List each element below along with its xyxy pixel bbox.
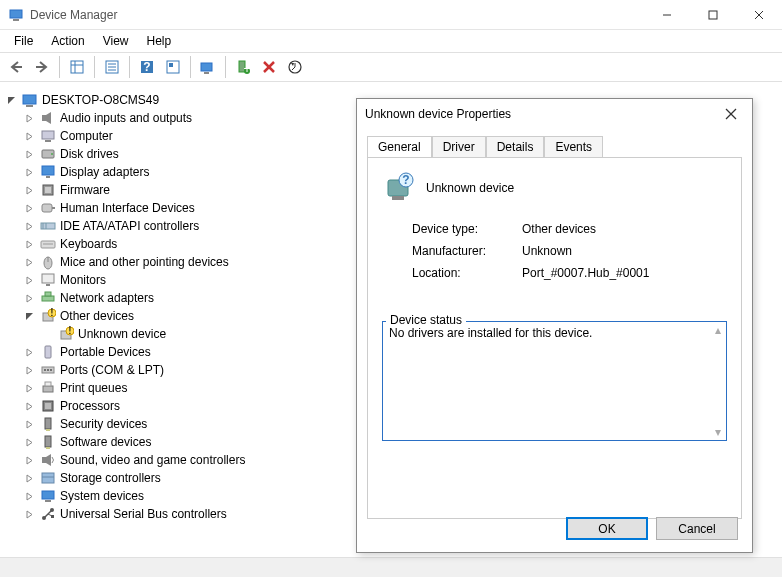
chevron-right-icon[interactable]	[25, 402, 39, 411]
chevron-right-icon[interactable]	[25, 384, 39, 393]
menu-action[interactable]: Action	[43, 32, 92, 50]
tree-label: IDE ATA/ATAPI controllers	[60, 219, 199, 233]
chevron-right-icon[interactable]	[25, 294, 39, 303]
chevron-right-icon[interactable]	[25, 258, 39, 267]
svg-rect-83	[392, 196, 404, 200]
mouse-icon	[40, 254, 56, 270]
ok-button[interactable]: OK	[566, 517, 648, 540]
status-scrollbar[interactable]: ▴▾	[711, 323, 725, 439]
chevron-right-icon[interactable]	[25, 222, 39, 231]
tree-label: Universal Serial Bus controllers	[60, 507, 227, 521]
tree-label: Ports (COM & LPT)	[60, 363, 164, 377]
tree-label: Storage controllers	[60, 471, 161, 485]
chevron-right-icon[interactable]	[25, 510, 39, 519]
svg-rect-29	[42, 115, 46, 121]
tab-details[interactable]: Details	[486, 136, 545, 158]
port-icon	[40, 362, 56, 378]
menu-help[interactable]: Help	[139, 32, 180, 50]
svg-rect-79	[51, 515, 54, 518]
update-driver-button[interactable]	[283, 55, 307, 79]
svg-rect-31	[45, 140, 51, 142]
other-icon: !	[40, 308, 56, 324]
chevron-down-icon[interactable]	[7, 96, 21, 105]
chevron-right-icon[interactable]	[25, 492, 39, 501]
chevron-right-icon[interactable]	[25, 276, 39, 285]
svg-rect-70	[42, 457, 46, 463]
chevron-right-icon[interactable]	[25, 366, 39, 375]
svg-text:?: ?	[143, 60, 150, 74]
svg-point-77	[50, 508, 54, 512]
tree-label: Print queues	[60, 381, 127, 395]
svg-rect-48	[46, 284, 50, 286]
chevron-right-icon[interactable]	[25, 132, 39, 141]
help-button[interactable]: ?	[135, 55, 159, 79]
svg-rect-71	[42, 473, 54, 483]
minimize-button[interactable]	[644, 0, 690, 30]
scan-hardware-button[interactable]	[196, 55, 220, 79]
toolbar: ? +	[0, 52, 782, 82]
ide-icon	[40, 218, 56, 234]
svg-rect-37	[45, 187, 51, 193]
svg-rect-34	[42, 166, 54, 175]
cancel-button[interactable]: Cancel	[656, 517, 738, 540]
tree-label: Processors	[60, 399, 120, 413]
svg-rect-27	[23, 95, 36, 104]
properties-dialog: Unknown device Properties General Driver…	[356, 98, 753, 553]
cpu-icon	[40, 398, 56, 414]
sound-icon	[40, 452, 56, 468]
tree-label: Network adapters	[60, 291, 154, 305]
svg-point-61	[50, 369, 52, 371]
dialog-titlebar[interactable]: Unknown device Properties	[357, 99, 752, 129]
svg-rect-69	[46, 447, 50, 449]
tab-events[interactable]: Events	[544, 136, 603, 158]
show-hide-tree-button[interactable]	[65, 55, 89, 79]
chevron-right-icon[interactable]	[25, 204, 39, 213]
add-legacy-button[interactable]: +	[231, 55, 255, 79]
tree-label: Audio inputs and outputs	[60, 111, 192, 125]
svg-text:+: +	[243, 62, 250, 74]
computer-icon	[40, 128, 56, 144]
uninstall-button[interactable]	[257, 55, 281, 79]
device-status-box[interactable]: No drivers are installed for this device…	[382, 321, 727, 441]
svg-rect-73	[42, 491, 54, 499]
titlebar: Device Manager	[0, 0, 782, 30]
chevron-right-icon[interactable]	[25, 186, 39, 195]
chevron-right-icon[interactable]	[25, 474, 39, 483]
chevron-right-icon[interactable]	[25, 150, 39, 159]
svg-rect-30	[42, 131, 54, 139]
chevron-right-icon[interactable]	[25, 348, 39, 357]
menu-view[interactable]: View	[95, 32, 137, 50]
chevron-right-icon[interactable]	[25, 114, 39, 123]
printer-icon	[40, 380, 56, 396]
chevron-right-icon[interactable]	[25, 438, 39, 447]
manufacturer-value: Unknown	[522, 244, 572, 258]
svg-text:?: ?	[402, 173, 409, 187]
chevron-down-icon[interactable]	[25, 312, 39, 321]
dialog-title: Unknown device Properties	[365, 107, 718, 121]
chevron-right-icon[interactable]	[25, 456, 39, 465]
action-button[interactable]	[161, 55, 185, 79]
chevron-right-icon[interactable]	[25, 240, 39, 249]
close-button[interactable]	[736, 0, 782, 30]
dialog-tabs: General Driver Details Events	[367, 135, 742, 157]
forward-button[interactable]	[30, 55, 54, 79]
chevron-right-icon[interactable]	[25, 168, 39, 177]
chevron-right-icon[interactable]	[25, 420, 39, 429]
dialog-close-button[interactable]	[718, 101, 744, 127]
unknown-icon: !	[58, 326, 74, 342]
back-button[interactable]	[4, 55, 28, 79]
maximize-button[interactable]	[690, 0, 736, 30]
svg-rect-66	[45, 418, 51, 429]
tree-label: Mice and other pointing devices	[60, 255, 229, 269]
tab-driver[interactable]: Driver	[432, 136, 486, 158]
properties-button[interactable]	[100, 55, 124, 79]
svg-rect-1	[13, 19, 19, 21]
tab-general[interactable]: General	[367, 136, 432, 158]
disk-icon	[40, 146, 56, 162]
svg-rect-0	[10, 10, 22, 18]
tree-label: Security devices	[60, 417, 147, 431]
tree-label: Unknown device	[78, 327, 166, 341]
svg-rect-35	[46, 176, 50, 178]
menu-file[interactable]: File	[6, 32, 41, 50]
svg-rect-38	[42, 204, 52, 212]
